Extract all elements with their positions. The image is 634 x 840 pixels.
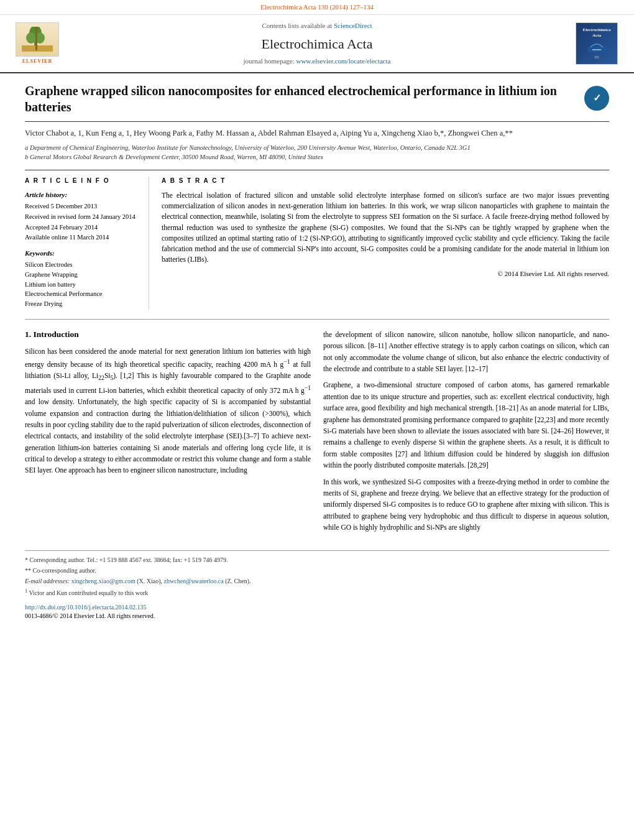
intro-heading: 1. Introduction <box>25 329 311 341</box>
received-date: Received 5 December 2013 <box>25 202 139 211</box>
keyword-2: Graphene Wrapping <box>25 270 139 280</box>
article-info-col: A R T I C L E I N F O Article history: R… <box>25 177 149 310</box>
electrochimica-logo: ElectrochimicaActa ISI <box>576 22 618 65</box>
elsevier-logo: ELSEVIER <box>12 22 62 65</box>
keyword-4: Electrochemical Performance <box>25 290 139 299</box>
svg-rect-5 <box>35 27 37 50</box>
issn-text: 0013-4686/© 2014 Elsevier Ltd. All right… <box>25 612 609 621</box>
copyright: © 2014 Elsevier Ltd. All rights reserved… <box>162 269 609 279</box>
footnote-2: ** Co-corresponding author. <box>25 566 609 575</box>
journal-title: Electrochimica Acta <box>68 35 566 54</box>
affiliations: a Department of Chemical Engineering, Wa… <box>25 144 609 162</box>
intro-right-col: the development of silicon nanowire, sil… <box>323 329 609 538</box>
journal-header: ELSEVIER Contents lists available at Sci… <box>0 15 634 73</box>
received-revised-date: Received in revised form 24 January 2014 <box>25 213 139 222</box>
abstract-text: The electrical isolation of fractured si… <box>162 190 609 265</box>
keyword-1: Silicon Electrodes <box>25 261 139 270</box>
journal-citation: Electrochimica Acta 130 (2014) 127–134 <box>0 0 634 15</box>
main-content: Graphene wrapped silicon nanocomposites … <box>0 73 634 633</box>
introduction-section: 1. Introduction Silicon has been conside… <box>25 329 609 538</box>
intro-right-text-1: the development of silicon nanowire, sil… <box>323 329 609 375</box>
svg-point-3 <box>26 32 36 44</box>
email-chen[interactable]: zhwchen@uwaterloo.ca <box>164 578 224 584</box>
intro-left-col: 1. Introduction Silicon has been conside… <box>25 329 311 538</box>
elsevier-label: ELSEVIER <box>22 58 52 65</box>
doi-section: http://dx.doi.org/10.1016/j.electacta.20… <box>25 603 609 621</box>
footnote-section: * Corresponding author. Tel.: +1 519 888… <box>25 550 609 598</box>
article-info-abstract: A R T I C L E I N F O Article history: R… <box>25 170 609 310</box>
history-heading: Article history: <box>25 190 139 200</box>
citation-text: Electrochimica Acta 130 (2014) 127–134 <box>260 3 374 11</box>
abstract-heading: A B S T R A C T <box>162 177 609 185</box>
footnote-4: 1 Victor and Kun contributed equally to … <box>25 588 609 598</box>
affiliation-a: a Department of Chemical Engineering, Wa… <box>25 144 609 153</box>
crossmark-badge[interactable]: ✓ <box>584 86 609 111</box>
keywords-section: Keywords: Silicon Electrodes Graphene Wr… <box>25 249 139 309</box>
article-title: Graphene wrapped silicon nanocomposites … <box>25 83 584 115</box>
section-divider <box>25 319 609 320</box>
authors-text: Victor Chabot a, 1, Kun Feng a, 1, Hey W… <box>25 129 513 137</box>
journal-center: Contents lists available at ScienceDirec… <box>68 21 566 66</box>
keyword-5: Freeze Drying <box>25 300 139 309</box>
intro-left-text: Silicon has been considered the anode ma… <box>25 346 311 476</box>
article-title-section: Graphene wrapped silicon nanocomposites … <box>25 83 609 122</box>
svg-text:✓: ✓ <box>593 93 601 103</box>
keyword-3: Lithium ion battery <box>25 280 139 290</box>
footnote-3: E-mail addresses: xingcheng.xiao@gm.com … <box>25 577 609 586</box>
homepage-link[interactable]: www.elsevier.com/locate/electacta <box>296 57 390 65</box>
article-info-heading: A R T I C L E I N F O <box>25 177 139 185</box>
homepage-line: journal homepage: www.elsevier.com/locat… <box>68 57 566 66</box>
accepted-date: Accepted 24 February 2014 <box>25 223 139 233</box>
journal-logo-right: ElectrochimicaActa ISI <box>572 22 622 65</box>
intro-right-text-3: In this work, we synthesized Si-G compos… <box>323 476 609 533</box>
sciencedirect-link[interactable]: ScienceDirect <box>334 22 372 29</box>
email-xiao[interactable]: xingcheng.xiao@gm.com <box>71 578 136 584</box>
authors: Victor Chabot a, 1, Kun Feng a, 1, Hey W… <box>25 128 609 139</box>
contents-line: Contents lists available at ScienceDirec… <box>68 21 566 30</box>
footnote-1: * Corresponding author. Tel.: +1 519 888… <box>25 556 609 565</box>
available-date: Available online 11 March 2014 <box>25 233 139 242</box>
intro-right-text-2: Graphene, a two-dimensional structure co… <box>323 379 609 471</box>
elsevier-logo-image <box>16 22 59 57</box>
abstract-col: A B S T R A C T The electrical isolation… <box>162 177 609 310</box>
keywords-heading: Keywords: <box>25 249 139 258</box>
affiliation-b: b General Motors Global Research & Devel… <box>25 153 609 162</box>
doi-link[interactable]: http://dx.doi.org/10.1016/j.electacta.20… <box>25 604 147 611</box>
